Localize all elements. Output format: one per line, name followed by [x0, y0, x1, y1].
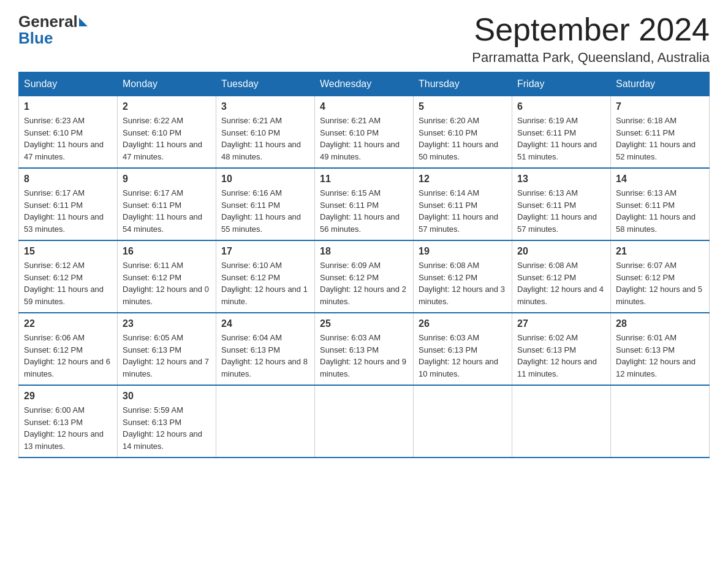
calendar-cell: 11 Sunrise: 6:15 AMSunset: 6:11 PMDaylig… — [315, 168, 414, 240]
calendar-week-row: 22 Sunrise: 6:06 AMSunset: 6:12 PMDaylig… — [19, 313, 710, 385]
calendar-cell: 20 Sunrise: 6:08 AMSunset: 6:12 PMDaylig… — [512, 240, 611, 313]
day-number: 6 — [517, 101, 605, 112]
day-number: 28 — [616, 318, 704, 329]
calendar-cell: 24 Sunrise: 6:04 AMSunset: 6:13 PMDaylig… — [216, 313, 315, 385]
day-info: Sunrise: 6:01 AMSunset: 6:13 PMDaylight:… — [616, 332, 704, 380]
calendar-cell — [414, 385, 512, 458]
calendar-cell: 12 Sunrise: 6:14 AMSunset: 6:11 PMDaylig… — [414, 168, 512, 240]
calendar-cell: 3 Sunrise: 6:21 AMSunset: 6:10 PMDayligh… — [216, 96, 315, 169]
calendar-cell — [315, 385, 414, 458]
day-info: Sunrise: 6:17 AMSunset: 6:11 PMDaylight:… — [24, 187, 112, 235]
calendar-cell: 30 Sunrise: 5:59 AMSunset: 6:13 PMDaylig… — [118, 385, 216, 458]
day-info: Sunrise: 6:23 AMSunset: 6:10 PMDaylight:… — [24, 115, 112, 163]
day-info: Sunrise: 6:03 AMSunset: 6:13 PMDaylight:… — [320, 332, 408, 380]
day-number: 21 — [616, 246, 704, 257]
day-number: 7 — [616, 101, 704, 112]
calendar-header-saturday: Saturday — [611, 72, 710, 96]
calendar-cell: 4 Sunrise: 6:21 AMSunset: 6:10 PMDayligh… — [315, 96, 414, 169]
calendar-cell: 10 Sunrise: 6:16 AMSunset: 6:11 PMDaylig… — [216, 168, 315, 240]
day-info: Sunrise: 6:08 AMSunset: 6:12 PMDaylight:… — [517, 259, 605, 307]
day-number: 8 — [24, 174, 112, 185]
day-info: Sunrise: 6:20 AMSunset: 6:10 PMDaylight:… — [419, 115, 507, 163]
day-number: 26 — [419, 318, 507, 329]
day-info: Sunrise: 6:18 AMSunset: 6:11 PMDaylight:… — [616, 115, 704, 163]
day-info: Sunrise: 6:08 AMSunset: 6:12 PMDaylight:… — [419, 259, 507, 307]
calendar-cell — [216, 385, 315, 458]
calendar-week-row: 1 Sunrise: 6:23 AMSunset: 6:10 PMDayligh… — [19, 96, 710, 169]
calendar-header-thursday: Thursday — [414, 72, 512, 96]
day-info: Sunrise: 6:03 AMSunset: 6:13 PMDaylight:… — [419, 332, 507, 380]
day-info: Sunrise: 6:13 AMSunset: 6:11 PMDaylight:… — [517, 187, 605, 235]
calendar-cell: 16 Sunrise: 6:11 AMSunset: 6:12 PMDaylig… — [118, 240, 216, 313]
day-info: Sunrise: 6:16 AMSunset: 6:11 PMDaylight:… — [221, 187, 309, 235]
day-number: 30 — [123, 391, 211, 402]
day-info: Sunrise: 6:02 AMSunset: 6:13 PMDaylight:… — [517, 332, 605, 380]
day-number: 19 — [419, 246, 507, 257]
calendar-week-row: 8 Sunrise: 6:17 AMSunset: 6:11 PMDayligh… — [19, 168, 710, 240]
day-number: 14 — [616, 174, 704, 185]
day-number: 2 — [123, 101, 211, 112]
day-number: 11 — [320, 174, 408, 185]
logo: General Blue — [18, 12, 88, 48]
calendar-cell: 8 Sunrise: 6:17 AMSunset: 6:11 PMDayligh… — [19, 168, 118, 240]
day-number: 23 — [123, 318, 211, 329]
calendar-cell: 15 Sunrise: 6:12 AMSunset: 6:12 PMDaylig… — [19, 240, 118, 313]
calendar-table: SundayMondayTuesdayWednesdayThursdayFrid… — [18, 72, 710, 458]
calendar-cell — [512, 385, 611, 458]
calendar-header-tuesday: Tuesday — [216, 72, 315, 96]
logo-blue-text: Blue — [18, 29, 53, 47]
calendar-header-row: SundayMondayTuesdayWednesdayThursdayFrid… — [19, 72, 710, 96]
calendar-cell: 2 Sunrise: 6:22 AMSunset: 6:10 PMDayligh… — [118, 96, 216, 169]
calendar-cell: 27 Sunrise: 6:02 AMSunset: 6:13 PMDaylig… — [512, 313, 611, 385]
day-info: Sunrise: 6:17 AMSunset: 6:11 PMDaylight:… — [123, 187, 211, 235]
day-number: 15 — [24, 246, 112, 257]
calendar-week-row: 29 Sunrise: 6:00 AMSunset: 6:13 PMDaylig… — [19, 385, 710, 458]
day-number: 12 — [419, 174, 507, 185]
calendar-cell: 26 Sunrise: 6:03 AMSunset: 6:13 PMDaylig… — [414, 313, 512, 385]
day-number: 13 — [517, 174, 605, 185]
day-info: Sunrise: 6:07 AMSunset: 6:12 PMDaylight:… — [616, 259, 704, 307]
day-info: Sunrise: 6:21 AMSunset: 6:10 PMDaylight:… — [221, 115, 309, 163]
day-number: 24 — [221, 318, 309, 329]
location-title: Parramatta Park, Queensland, Australia — [472, 50, 710, 66]
day-info: Sunrise: 6:05 AMSunset: 6:13 PMDaylight:… — [123, 332, 211, 380]
day-number: 25 — [320, 318, 408, 329]
calendar-cell — [611, 385, 710, 458]
day-info: Sunrise: 6:19 AMSunset: 6:11 PMDaylight:… — [517, 115, 605, 163]
calendar-cell: 13 Sunrise: 6:13 AMSunset: 6:11 PMDaylig… — [512, 168, 611, 240]
day-number: 4 — [320, 101, 408, 112]
calendar-cell: 17 Sunrise: 6:10 AMSunset: 6:12 PMDaylig… — [216, 240, 315, 313]
day-info: Sunrise: 6:06 AMSunset: 6:12 PMDaylight:… — [24, 332, 112, 380]
calendar-cell: 25 Sunrise: 6:03 AMSunset: 6:13 PMDaylig… — [315, 313, 414, 385]
calendar-cell: 6 Sunrise: 6:19 AMSunset: 6:11 PMDayligh… — [512, 96, 611, 169]
calendar-header-friday: Friday — [512, 72, 611, 96]
day-info: Sunrise: 6:04 AMSunset: 6:13 PMDaylight:… — [221, 332, 309, 380]
day-number: 27 — [517, 318, 605, 329]
calendar-cell: 14 Sunrise: 6:13 AMSunset: 6:11 PMDaylig… — [611, 168, 710, 240]
day-number: 9 — [123, 174, 211, 185]
calendar-week-row: 15 Sunrise: 6:12 AMSunset: 6:12 PMDaylig… — [19, 240, 710, 313]
day-info: Sunrise: 6:13 AMSunset: 6:11 PMDaylight:… — [616, 187, 704, 235]
calendar-header-monday: Monday — [118, 72, 216, 96]
day-info: Sunrise: 6:12 AMSunset: 6:12 PMDaylight:… — [24, 259, 112, 307]
calendar-cell: 5 Sunrise: 6:20 AMSunset: 6:10 PMDayligh… — [414, 96, 512, 169]
day-number: 20 — [517, 246, 605, 257]
logo-arrow-icon — [79, 18, 88, 26]
day-info: Sunrise: 6:22 AMSunset: 6:10 PMDaylight:… — [123, 115, 211, 163]
day-number: 1 — [24, 101, 112, 112]
calendar-cell: 28 Sunrise: 6:01 AMSunset: 6:13 PMDaylig… — [611, 313, 710, 385]
day-info: Sunrise: 6:00 AMSunset: 6:13 PMDaylight:… — [24, 404, 112, 452]
day-number: 3 — [221, 101, 309, 112]
calendar-cell: 1 Sunrise: 6:23 AMSunset: 6:10 PMDayligh… — [19, 96, 118, 169]
calendar-header-wednesday: Wednesday — [315, 72, 414, 96]
day-number: 29 — [24, 391, 112, 402]
calendar-cell: 29 Sunrise: 6:00 AMSunset: 6:13 PMDaylig… — [19, 385, 118, 458]
day-info: Sunrise: 6:09 AMSunset: 6:12 PMDaylight:… — [320, 259, 408, 307]
page-header: General Blue September 2024 Parramatta P… — [18, 12, 710, 66]
calendar-header-sunday: Sunday — [19, 72, 118, 96]
month-title: September 2024 — [472, 12, 710, 47]
day-number: 5 — [419, 101, 507, 112]
day-info: Sunrise: 6:11 AMSunset: 6:12 PMDaylight:… — [123, 259, 211, 307]
day-number: 16 — [123, 246, 211, 257]
day-number: 22 — [24, 318, 112, 329]
